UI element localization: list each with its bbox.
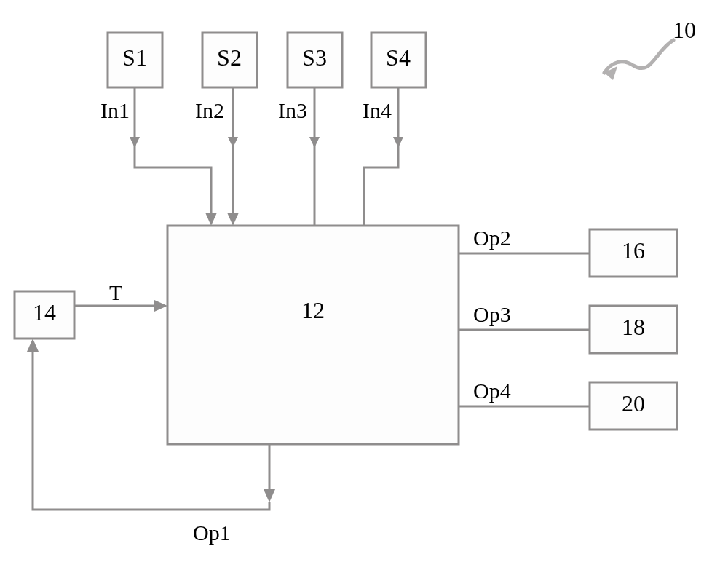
node-s3-label: S3 xyxy=(302,44,327,71)
node-r3: 20 xyxy=(590,382,677,430)
block-diagram: 10 S1 S2 S3 S4 12 14 16 18 20 I xyxy=(0,0,728,581)
node-main-label: 12 xyxy=(301,297,325,323)
edge-in1-tick xyxy=(130,137,140,148)
edge-t-arrowhead xyxy=(154,300,167,312)
edge-op2-label: Op2 xyxy=(473,226,511,250)
node-left-label: 14 xyxy=(33,299,56,325)
edge-in1-label: In1 xyxy=(100,98,130,122)
edge-in4-label: In4 xyxy=(363,98,392,122)
edge-op3-label: Op3 xyxy=(473,302,511,326)
node-left: 14 xyxy=(15,291,74,339)
edge-feedback-arrowhead xyxy=(27,339,39,352)
edge-in1-arrowhead xyxy=(205,213,217,226)
svg-rect-4 xyxy=(167,226,459,444)
edge-in3-tick xyxy=(309,137,320,148)
edge-t-label: T xyxy=(109,280,122,304)
edge-op4-label: Op4 xyxy=(473,379,511,403)
edge-in3-label: In3 xyxy=(278,98,307,122)
node-main: 12 xyxy=(167,226,459,444)
node-r1: 16 xyxy=(590,229,677,277)
node-r3-label: 20 xyxy=(622,390,645,416)
edge-in4-tick xyxy=(393,137,403,148)
node-s2-label: S2 xyxy=(217,44,242,71)
node-s4: S4 xyxy=(371,33,426,87)
node-s3: S3 xyxy=(288,33,342,87)
edge-in2-arrowhead xyxy=(227,213,239,226)
node-s2: S2 xyxy=(202,33,257,87)
figure-label: 10 xyxy=(673,17,696,43)
node-s1-label: S1 xyxy=(122,44,147,71)
node-s1: S1 xyxy=(108,33,162,87)
edge-in2-label: In2 xyxy=(195,98,224,122)
node-r2-label: 18 xyxy=(622,314,645,340)
node-r1-label: 16 xyxy=(622,237,645,264)
edge-op1-label: Op1 xyxy=(193,521,231,545)
edge-op1-arrowhead xyxy=(264,489,275,502)
node-s4-label: S4 xyxy=(386,44,411,71)
node-r2: 18 xyxy=(590,306,677,353)
edge-in2-tick xyxy=(228,137,238,148)
